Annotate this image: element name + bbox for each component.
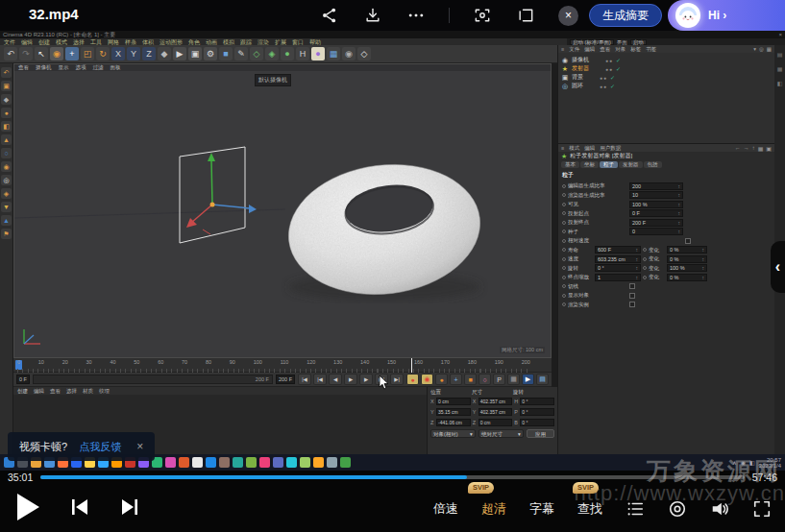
snap-icon[interactable]: ◎ — [1, 175, 12, 185]
panel-tab-icon[interactable]: ◧ — [777, 80, 783, 86]
timeline-window-button[interactable]: ▤ — [536, 374, 549, 385]
goto-start-button[interactable]: |◀ — [298, 374, 311, 385]
taskbar-app-icon[interactable] — [165, 457, 176, 468]
select-icon[interactable]: ↖ — [35, 47, 48, 60]
light-icon[interactable]: ◇ — [357, 47, 371, 60]
keyframe-dot[interactable] — [562, 294, 566, 298]
timeline-playhead[interactable] — [411, 358, 412, 373]
viewport-menu-item[interactable]: 面板 — [110, 64, 121, 71]
attribute-variation-field[interactable]: 0 %↕ — [667, 274, 707, 281]
more-icon[interactable] — [405, 5, 427, 26]
camera-tool-icon[interactable]: ◉ — [342, 47, 356, 60]
taskbar-app-icon[interactable] — [192, 457, 203, 468]
viewport-filter-icon[interactable]: ◉ — [1, 161, 12, 172]
attribute-tab[interactable]: 坐标 — [580, 161, 599, 168]
enabled-check-icon[interactable]: ✓ — [616, 57, 621, 63]
position-field[interactable]: -441.06 cm — [436, 419, 471, 426]
attribute-field[interactable]: 1↕ — [595, 274, 641, 281]
viewport-menu-item[interactable]: 查看 — [18, 64, 29, 71]
timeline-ruler[interactable]: 0102030405060708090100110120130140150160… — [17, 358, 530, 373]
keyframe-dot[interactable] — [562, 211, 566, 215]
enabled-check-icon[interactable]: ✓ — [616, 65, 621, 72]
visibility-dots[interactable]: ●● — [600, 84, 607, 89]
quality-button[interactable]: 超清 — [481, 500, 506, 518]
move-icon[interactable]: + — [65, 47, 79, 60]
model-mode-icon[interactable]: ↶ — [1, 67, 12, 78]
taskbar-app-icon[interactable] — [206, 457, 216, 468]
attribute-tab[interactable]: 基本 — [561, 161, 579, 168]
material-menu-item[interactable]: 纹理 — [99, 388, 110, 395]
attribute-field[interactable]: 10↕ — [629, 191, 683, 199]
render-picture-icon[interactable]: ▣ — [188, 47, 202, 60]
object-menu-item[interactable]: 对象 — [615, 46, 626, 53]
keyframe-dot[interactable] — [643, 257, 647, 261]
progress-bar[interactable] — [40, 475, 744, 479]
live-selection-icon[interactable]: ◉ — [50, 47, 63, 60]
keyframe-dot[interactable] — [643, 248, 647, 252]
emitter-plane[interactable] — [180, 147, 257, 243]
video-frame[interactable]: Cinema 4D R23.110 (RC) - [未命名 1] - 主要 × … — [0, 31, 785, 471]
workplane-mode-icon[interactable]: ◆ — [1, 94, 12, 105]
keyframe-dot[interactable] — [562, 193, 566, 197]
object-menu-item[interactable]: 查看 — [600, 46, 610, 53]
summary-button[interactable]: 生成摘要 — [589, 4, 662, 27]
axis-tool-icon[interactable]: H — [296, 47, 309, 60]
attribute-nav-icon[interactable]: ▦ — [758, 145, 764, 152]
key-scale-button[interactable]: ■ — [464, 374, 477, 385]
subdivision-surface-icon[interactable]: ◇ — [250, 47, 263, 60]
mirror-icon[interactable]: ▲ — [1, 215, 12, 226]
playlist-icon[interactable] — [626, 499, 645, 519]
attribute-tab[interactable]: 包括 — [644, 161, 662, 168]
object-row[interactable]: ▣ 背景 ●● ✓ — [558, 73, 774, 82]
attribute-menu-item[interactable]: 编辑 — [584, 145, 595, 152]
keyframe-dot[interactable] — [562, 257, 566, 261]
play-button[interactable]: ▶ — [344, 374, 357, 385]
z-axis-icon[interactable]: Z — [142, 47, 156, 60]
enable-axis-icon[interactable]: ○ — [1, 148, 12, 158]
attribute-field[interactable]: 0 °↕ — [595, 264, 641, 272]
frame-start-field[interactable]: 0 F — [16, 375, 30, 384]
key-position-button[interactable]: + — [450, 374, 462, 385]
keyframe-dot[interactable] — [562, 276, 566, 279]
autokey-button[interactable]: ◉ — [421, 374, 433, 385]
taskbar-app-icon[interactable] — [327, 457, 337, 468]
taskbar-app-icon[interactable] — [340, 457, 351, 468]
visibility-dots[interactable]: ●● — [600, 75, 607, 81]
size-field[interactable]: 0 cm — [478, 419, 513, 426]
attribute-checkbox[interactable] — [685, 238, 691, 244]
spline-pen-icon[interactable]: ✎ — [234, 47, 248, 60]
enabled-check-icon[interactable]: ✓ — [610, 74, 615, 81]
z-axis-handle[interactable] — [212, 205, 250, 208]
sculpt-icon[interactable]: ● — [311, 47, 325, 60]
array-icon[interactable]: ◈ — [265, 47, 279, 60]
taskbar-app-icon[interactable] — [259, 457, 270, 468]
viewport-menu-item[interactable]: 过滤 — [93, 64, 104, 71]
record-active-button[interactable]: ● — [435, 374, 448, 385]
coord-system-icon[interactable]: ◆ — [158, 47, 171, 60]
search-button[interactable]: 查找 — [577, 500, 602, 518]
undo-icon[interactable]: ↶ — [4, 47, 17, 60]
attribute-variation-field[interactable]: 0 %↕ — [667, 246, 707, 254]
goto-end-button[interactable]: ▶| — [390, 374, 404, 385]
rotation-field[interactable]: 0 ° — [520, 408, 554, 416]
material-menu-item[interactable]: 创建 — [17, 388, 28, 395]
key-parameter-button[interactable]: P — [493, 374, 505, 385]
fullscreen-icon[interactable] — [752, 499, 772, 519]
material-menu-item[interactable]: 查看 — [50, 388, 61, 395]
volume-icon[interactable]: ▦ — [327, 47, 340, 60]
attribute-tab[interactable]: 粒子 — [600, 161, 618, 168]
keyframe-dot[interactable] — [562, 230, 566, 233]
share-icon[interactable] — [319, 5, 340, 26]
screenshot-icon[interactable] — [472, 5, 493, 26]
attribute-field[interactable]: 603.235 cm↕ — [595, 255, 641, 263]
enabled-check-icon[interactable]: ✓ — [610, 83, 615, 89]
viewport-menu-item[interactable]: 摄像机 — [36, 64, 52, 71]
keyframe-dot[interactable] — [562, 221, 566, 225]
position-field[interactable]: 0 cm — [436, 398, 471, 405]
object-menu-item[interactable]: 编辑 — [584, 46, 595, 53]
speed-button[interactable]: 倍速 — [433, 500, 458, 518]
viewport-menu-item[interactable]: 选项 — [76, 64, 86, 71]
keyframe-dot[interactable] — [562, 284, 566, 288]
frame-range-slider[interactable]: 200 F — [33, 375, 273, 384]
subtitle-button[interactable]: 字幕 — [529, 500, 554, 518]
